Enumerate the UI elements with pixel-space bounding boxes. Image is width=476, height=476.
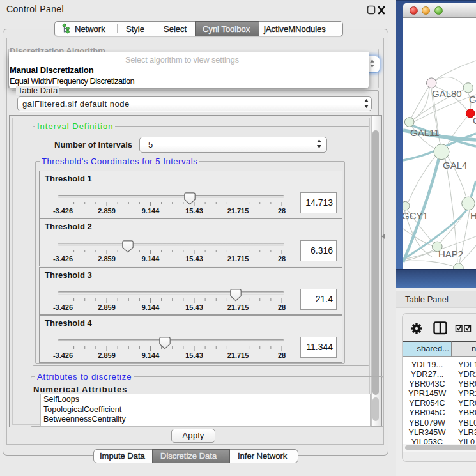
svg-text:GCY1: GCY1 <box>403 210 428 221</box>
svg-text:HAP2: HAP2 <box>438 249 463 259</box>
svg-text:GA: GA <box>469 94 476 105</box>
svg-text:C: C <box>473 115 476 126</box>
svg-text:GAL11: GAL11 <box>410 127 440 138</box>
svg-text:GAL4: GAL4 <box>443 160 467 171</box>
svg-text:H: H <box>470 210 476 221</box>
svg-text:GAL80: GAL80 <box>432 88 462 99</box>
